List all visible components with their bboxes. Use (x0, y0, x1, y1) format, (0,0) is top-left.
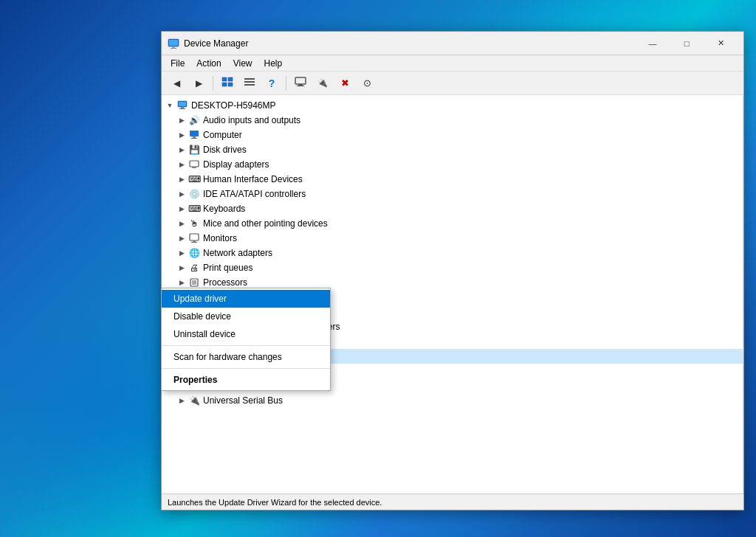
svg-rect-13 (297, 86, 304, 86)
computer-tree-icon (188, 129, 200, 141)
disk-expand-icon[interactable]: ▶ (176, 145, 187, 155)
back-button[interactable]: ◀ (166, 74, 187, 93)
svg-rect-7 (228, 83, 233, 86)
processors-tree-icon (188, 277, 200, 288)
tree-item-mice[interactable]: ▶ 🖱 Mice and other pointing devices (162, 216, 743, 231)
monitor-icon (295, 76, 306, 90)
usb-expand-icon[interactable]: ▶ (176, 395, 187, 406)
svg-rect-1 (172, 46, 175, 48)
uninstall-icon: ✖ (341, 77, 349, 89)
svg-rect-18 (190, 131, 199, 136)
network-tree-icon: 🌐 (188, 247, 200, 259)
hid-label: Human Interface Devices (203, 174, 303, 184)
svg-rect-17 (179, 102, 186, 106)
computer-expand-icon[interactable]: ▶ (176, 130, 187, 140)
svg-rect-23 (190, 234, 199, 240)
ide-expand-icon[interactable]: ▶ (176, 189, 187, 199)
computer-label: Computer (203, 130, 242, 140)
tree-item-computer[interactable]: ▶ Computer (162, 128, 743, 142)
keyboards-expand-icon[interactable]: ▶ (176, 204, 187, 214)
minimize-button[interactable]: — (636, 32, 670, 55)
root-label: DESKTOP-H5946MP (191, 100, 276, 111)
print-expand-icon[interactable]: ▶ (176, 263, 187, 273)
disk-tree-icon: 💾 (188, 144, 200, 156)
tree-item-disk[interactable]: ▶ 💾 Disk drives (162, 142, 743, 157)
tree-item-ide[interactable]: ▶ 💿 IDE ATA/ATAPI controllers (162, 187, 743, 201)
tree-item-keyboards[interactable]: ▶ ⌨ Keyboards (162, 201, 743, 216)
tree-item-monitors[interactable]: ▶ Monitors (162, 231, 743, 246)
help-button[interactable]: ? (261, 74, 282, 93)
ide-label: IDE ATA/ATAPI controllers (203, 189, 306, 199)
window-title: Device Manager (184, 38, 636, 49)
processors-expand-icon[interactable]: ▶ (176, 277, 187, 288)
tree-item-hid[interactable]: ▶ ⌨ Human Interface Devices (162, 172, 743, 187)
root-computer-icon (176, 100, 188, 111)
ide-tree-icon: 💿 (188, 188, 200, 200)
monitors-tree-icon (188, 232, 200, 244)
menu-view[interactable]: View (227, 57, 258, 70)
mice-expand-icon[interactable]: ▶ (176, 218, 187, 229)
device-icon-button[interactable]: 🔌 (312, 74, 333, 93)
window-icon (168, 38, 179, 49)
tree-item-audio[interactable]: ▶ 🔊 Audio inputs and outputs (162, 113, 743, 128)
svg-rect-22 (192, 167, 196, 168)
hid-expand-icon[interactable]: ▶ (176, 174, 187, 184)
status-text: Launches the Update Driver Wizard for th… (168, 498, 382, 507)
hid-tree-icon: ⌨ (188, 173, 200, 185)
svg-rect-27 (192, 280, 196, 285)
ctx-scan-hardware[interactable]: Scan for hardware changes (162, 348, 330, 366)
svg-rect-8 (244, 78, 255, 80)
audio-label: Audio inputs and outputs (203, 115, 300, 125)
scan-button[interactable]: ⊙ (357, 74, 377, 93)
title-bar: Device Manager — □ ✕ (162, 32, 743, 55)
usb-label: Universal Serial Bus (203, 395, 283, 406)
network-expand-icon[interactable]: ▶ (176, 248, 187, 258)
svg-rect-2 (171, 48, 176, 49)
maximize-button[interactable]: □ (670, 32, 704, 55)
display-expand-icon[interactable]: ▶ (176, 159, 187, 170)
audio-expand-icon[interactable]: ▶ (176, 115, 187, 125)
tree-root[interactable]: ▼ DESKTOP-H5946MP (162, 98, 743, 113)
ctx-disable-device[interactable]: Disable device (162, 308, 330, 325)
svg-rect-11 (295, 77, 306, 84)
ctx-separator-2 (162, 368, 330, 369)
window-controls: — □ ✕ (636, 32, 738, 55)
tree-item-usb[interactable]: ▶ 🔌 Universal Serial Bus (162, 393, 743, 408)
mice-label: Mice and other pointing devices (203, 218, 328, 229)
tree-item-network[interactable]: ▶ 🌐 Network adapters (162, 246, 743, 260)
menu-file[interactable]: File (165, 57, 190, 70)
monitor-button[interactable] (290, 74, 311, 93)
monitors-expand-icon[interactable]: ▶ (176, 233, 187, 243)
svg-rect-3 (169, 40, 178, 46)
processors-label: Processors (203, 277, 247, 288)
ctx-update-driver[interactable]: Update driver (162, 290, 330, 308)
svg-rect-24 (193, 240, 196, 242)
view-button[interactable] (239, 74, 260, 93)
menu-bar: File Action View Help (162, 55, 743, 72)
disk-label: Disk drives (203, 145, 247, 155)
tree-item-print[interactable]: ▶ 🖨 Print queues (162, 260, 743, 275)
status-bar: Launches the Update Driver Wizard for th… (162, 493, 743, 510)
toolbar-separator-2 (286, 76, 286, 91)
usb-tree-icon: 🔌 (188, 395, 200, 406)
audio-inputs-icon: 🔊 (188, 114, 200, 126)
forward-icon: ▶ (196, 78, 202, 89)
toolbar: ◀ ▶ (162, 72, 743, 95)
ctx-uninstall-device[interactable]: Uninstall device (162, 325, 330, 343)
root-expand-icon[interactable]: ▼ (165, 100, 175, 111)
svg-rect-21 (190, 161, 199, 167)
ctx-properties[interactable]: Properties (162, 371, 330, 389)
view-icon (244, 76, 255, 90)
overview-button[interactable] (217, 74, 238, 93)
print-tree-icon: 🖨 (188, 262, 200, 274)
menu-action[interactable]: Action (190, 57, 227, 70)
tree-item-display[interactable]: ▶ Display adapters (162, 157, 743, 172)
keyboards-tree-icon: ⌨ (188, 203, 200, 215)
svg-rect-19 (193, 136, 196, 138)
forward-button[interactable]: ▶ (188, 74, 209, 93)
close-button[interactable]: ✕ (704, 32, 738, 55)
svg-rect-9 (244, 81, 255, 83)
menu-help[interactable]: Help (258, 57, 289, 70)
print-label: Print queues (203, 263, 252, 273)
uninstall-button[interactable]: ✖ (334, 74, 355, 93)
